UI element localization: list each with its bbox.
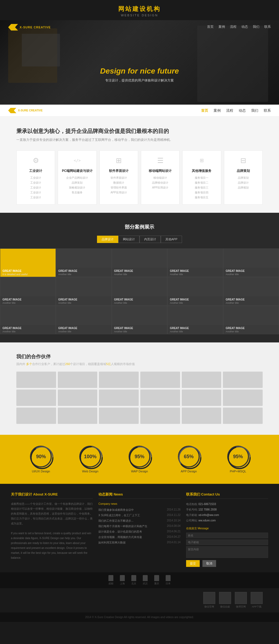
hero-subtext: 专注设计，提供优质的用户体验和设计解决方案 (71, 78, 208, 83)
service-icon-4: ☰ (155, 155, 166, 166)
hero-nav-item-case[interactable]: 案例 (219, 25, 225, 29)
footer-news-col: 动态新闻 News Company news 我们受邀参加成都商务会议中2014… (98, 492, 180, 567)
portfolio-item-15[interactable]: GREAT IMAGE Another title (223, 306, 279, 334)
qr-box-3 (235, 592, 247, 604)
stat-wap: 95% WAP Design (129, 446, 150, 473)
footer-qr-area: 微信官网 微信自媒 微博官网 APP下载 (0, 588, 279, 612)
partners-grid (16, 372, 263, 424)
portfolio-item-2[interactable]: GREAT IMAGE Another title (56, 248, 112, 277)
service-icon-1: ⚙ (30, 155, 41, 166)
portfolio-item-image-9 (168, 277, 223, 296)
partner-2 (58, 372, 98, 388)
footer-company-label: Company news (98, 502, 180, 506)
portfolio-item-image-10 (223, 277, 279, 296)
portfolio-item-image-5 (223, 249, 279, 268)
portfolio-tab-inner[interactable]: 内页设计 (140, 236, 161, 243)
nav-link-process[interactable]: 流程 (226, 108, 233, 113)
hero-nav-item-process[interactable]: 流程 (230, 25, 236, 29)
hero-logo-icon (8, 24, 18, 31)
footer-input-message[interactable] (186, 546, 268, 558)
portfolio-item-image-7 (56, 277, 111, 296)
portfolio-tab-brand[interactable]: 品牌设计 (97, 236, 118, 243)
portfolio-item-1[interactable]: GREAT IMAGE It is detailed and useful (0, 248, 56, 277)
service-title-6: 品牌策划 (228, 169, 259, 173)
hero-nav-item-news[interactable]: 动态 (241, 25, 248, 29)
qr-app: APP下载 (251, 592, 263, 609)
hero-nav-item-contact[interactable]: 联系 (264, 25, 271, 29)
portfolio-item-11[interactable]: GREAT IMAGE Another title (0, 306, 56, 334)
nav-link-home[interactable]: 首页 (201, 108, 208, 113)
portfolio-item-label-8: GREAT IMAGE Another title (112, 296, 167, 305)
partners-desc: 国内外 多个合作行业客户，累计超过260个设计项目，稳固覆盖领域5亿人规模的市场… (16, 362, 263, 366)
portfolio-item-label-1: GREAT IMAGE It is detailed and useful (0, 268, 56, 277)
nav-link-news[interactable]: 动态 (239, 108, 246, 113)
portfolio-item-8[interactable]: GREAT IMAGE Another title (112, 277, 168, 306)
footer-input-name[interactable] (186, 533, 268, 538)
portfolio-item-14[interactable]: GREAT IMAGE Another title (167, 306, 223, 334)
footer-input-email[interactable] (186, 539, 268, 545)
site-title: 网站建设机构 (0, 5, 279, 13)
nav-link-case[interactable]: 案例 (214, 108, 221, 113)
nav-link-about[interactable]: 我们 (251, 108, 258, 113)
partner-9 (99, 390, 139, 406)
service-cards: ⚙ 工业设计 工业设计工业设计工业设计工业设计工业设计 </> PC端网站建设与… (16, 150, 263, 205)
service-list-1: 工业设计工业设计工业设计工业设计工业设计 (20, 175, 51, 200)
portfolio-item-label-11: GREAT IMAGE Another title (0, 325, 56, 334)
nav-logo-text: X-SURE CREATIVE (18, 109, 43, 112)
hero-nav-item-about[interactable]: 我们 (253, 25, 259, 29)
portfolio-item-12[interactable]: GREAT IMAGE Another title (56, 306, 112, 334)
nav-logo: X-SURE CREATIVE (8, 108, 43, 113)
service-card-5: ⊞ 其他增值服务 服务项目一服务项目二服务项目三服务项目四服务项目五 (182, 150, 221, 205)
portfolio-bottom-spacer (0, 334, 279, 342)
portfolio-item-5[interactable]: GREAT IMAGE Another title (223, 248, 279, 277)
footer-about-text: 成都秀创意——个专业设计工作室。做一个有故事的品牌设计，我们相信设计可以改变一些… (11, 502, 93, 526)
nav-link-contact[interactable]: 联系 (264, 108, 271, 113)
footer-submit-button[interactable]: 提交 (186, 560, 200, 567)
footer-about-text2: If you want to set a famous brand, creat… (11, 531, 93, 560)
nav-logo-icon (8, 108, 16, 113)
portfolio-item-6[interactable]: GREAT IMAGE Another title (0, 277, 56, 306)
partner-6 (223, 372, 263, 388)
portfolio-item-7[interactable]: GREAT IMAGE Another title (56, 277, 112, 306)
service-list-4: 移动端设计品牌移动设计APP应用设计 (144, 175, 176, 190)
partner-14 (58, 408, 98, 424)
city-chongqing: 重庆 (154, 575, 159, 585)
stat-label-wap: WAP Design (129, 470, 150, 473)
hero-nav-item-home[interactable]: 首页 (207, 25, 214, 29)
stat-uiux: 90% UI/UX Design (30, 446, 52, 473)
about-heading: 秉承以创意为核心，提升企业品牌商业价值是我们最根本的目的 (16, 127, 263, 135)
service-list-5: 服务项目一服务项目二服务项目三服务项目四服务项目五 (186, 175, 217, 200)
footer-reset-button[interactable]: 取消 (202, 560, 216, 567)
portfolio-tab-web[interactable]: 网站设计 (118, 236, 140, 243)
partners-title: 我们的合作伙伴 (16, 353, 263, 360)
stat-label-app: APP Design (178, 470, 200, 473)
news-item-1: 我们受邀参加成都商务会议中2014.11.26 (98, 508, 180, 512)
city-chengdu: 成都 (108, 575, 113, 585)
partner-4 (140, 372, 180, 388)
portfolio-tab-app[interactable]: 其他APP (161, 236, 182, 243)
service-title-1: 工业设计 (20, 169, 51, 173)
portfolio-item-4[interactable]: GREAT IMAGE Another title (167, 248, 223, 277)
partners-section: 我们的合作伙伴 国内外 多个合作行业客户，累计超过260个设计项目，稳固覆盖领域… (0, 342, 279, 435)
portfolio-item-9[interactable]: GREAT IMAGE Another title (167, 277, 223, 306)
portfolio-item-3[interactable]: GREAT IMAGE Another title (112, 248, 168, 277)
stat-circle-php: 95% (227, 446, 249, 467)
city-icon-wuhan (143, 575, 148, 581)
portfolio-title: 部分案例展示 (0, 224, 279, 230)
partner-8 (58, 390, 98, 406)
hero-logo: X-SURE CREATIVE (8, 24, 51, 31)
about-subtext: 一直致力于提供专业的设计解决方案，服务平台超过了互联网平台，移动平台，我们的设计… (16, 138, 263, 142)
about-section: 秉承以创意为核心，提升企业品牌商业价值是我们最根本的目的 一直致力于提供专业的设… (0, 117, 279, 213)
portfolio-item-label-13: GREAT IMAGE Another title (112, 325, 167, 334)
footer-news-title: 动态新闻 News (98, 492, 180, 499)
portfolio-item-10[interactable]: GREAT IMAGE Another title (223, 277, 279, 306)
city-shanghai: 上海 (120, 575, 125, 585)
news-item-3: 我们的工作室正在不断进步...2014.10.14 (98, 519, 180, 523)
portfolio-item-13[interactable]: GREAT IMAGE Another title (112, 306, 168, 334)
footer-email: 电子邮箱: xd-info@ww.com (186, 512, 268, 518)
news-item-6: 企业宣传视频，用视频的方式来传递2014.04.27 (98, 535, 180, 539)
news-item-5: 设计就是生命，设计也是我们的思考2014.06.21 (98, 530, 180, 534)
stat-value-uiux: 90% (36, 454, 46, 460)
stat-value-app: 65% (184, 454, 194, 460)
portfolio-grid: GREAT IMAGE It is detailed and useful GR… (0, 248, 279, 334)
